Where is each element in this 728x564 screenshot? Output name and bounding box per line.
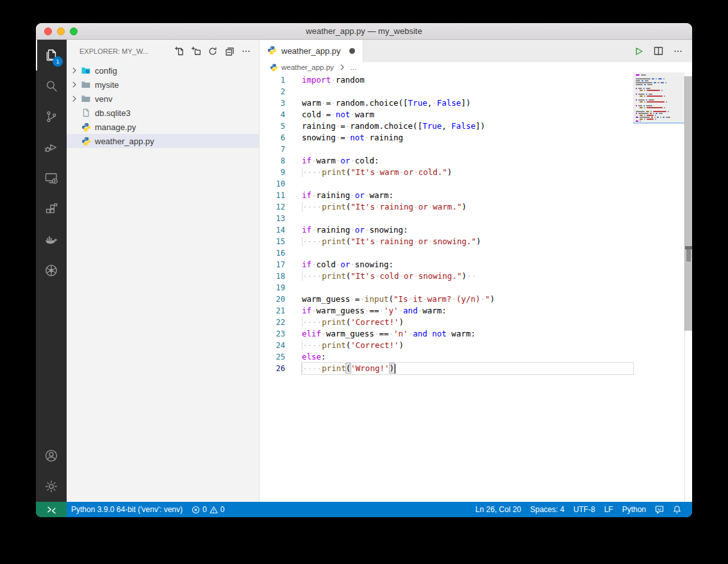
code-line[interactable]: 13 xyxy=(260,213,633,224)
language-mode-status[interactable]: Python xyxy=(618,502,650,517)
code-line[interactable]: 10 xyxy=(260,178,633,190)
code-line[interactable]: 5raining·=·random.choice([True,·False]) xyxy=(260,120,633,132)
settings-activity-button[interactable] xyxy=(36,471,67,502)
code-line-text xyxy=(302,178,633,190)
new-file-button[interactable] xyxy=(173,45,186,58)
code-line[interactable]: 7 xyxy=(260,144,633,155)
chevron-right-icon[interactable] xyxy=(69,65,79,76)
python-icon xyxy=(267,46,277,57)
extensions-activity-button[interactable] xyxy=(36,194,67,224)
python-icon xyxy=(270,63,278,72)
breadcrumb[interactable]: weather_app.py ... xyxy=(260,62,692,72)
code-line[interactable]: 24····print('Correct!') xyxy=(260,340,633,351)
modified-dot-icon[interactable] xyxy=(349,48,355,54)
cursor-position-status[interactable]: Ln 26, Col 20 xyxy=(469,502,525,517)
kubernetes-activity-button[interactable] xyxy=(36,255,67,286)
tree-item-manage-py[interactable]: manage.py xyxy=(67,120,259,134)
tree-item-db-sqlite3[interactable]: db.sqlite3 xyxy=(67,106,259,120)
new-folder-button[interactable] xyxy=(190,45,203,58)
run-debug-activity-button[interactable] xyxy=(36,132,67,163)
code-line[interactable]: 21if·warm_guess·==·'y'·and·warm: xyxy=(260,305,633,317)
code-line[interactable]: 15····print("It's·raining·or·snowing.") xyxy=(260,236,633,247)
remote-indicator[interactable] xyxy=(36,502,67,517)
code-line[interactable]: 6snowing·=·not·raining xyxy=(260,132,633,144)
remote-explorer-activity-button[interactable] xyxy=(36,163,67,194)
code-area[interactable]: 1import·random2 3warm·=·random.choice([T… xyxy=(260,74,633,374)
tab-weather-app[interactable]: weather_app.py xyxy=(260,40,363,62)
minimap[interactable] xyxy=(633,72,684,226)
code-line-text xyxy=(302,213,633,224)
notifications-button[interactable] xyxy=(668,502,686,517)
docker-activity-button[interactable] xyxy=(36,224,67,255)
zoom-window-button[interactable] xyxy=(70,28,78,35)
code-line[interactable]: 19 xyxy=(260,282,633,294)
code-line[interactable]: 22····print('Correct!') xyxy=(260,317,633,328)
code-line[interactable]: 17if·cold·or·snowing: xyxy=(260,259,633,270)
run-icon xyxy=(633,46,644,57)
tree-item-venv[interactable]: venv xyxy=(67,92,259,106)
tree-item-config[interactable]: config xyxy=(67,63,259,78)
code-line[interactable]: 11if·raining·or·warm: xyxy=(260,190,633,201)
close-window-button[interactable] xyxy=(44,28,52,35)
minimap-current-line xyxy=(633,122,684,124)
code-line[interactable]: 4cold·=·not·warm xyxy=(260,109,633,120)
search-activity-button[interactable] xyxy=(36,70,67,101)
warning-count: 0 xyxy=(220,505,225,514)
interpreter-label: Python 3.9.0 64-bit ('venv': venv) xyxy=(71,505,183,514)
explorer-activity-button[interactable]: 1 xyxy=(36,40,67,70)
breadcrumb-file[interactable]: weather_app.py xyxy=(281,63,334,71)
scrollbar[interactable] xyxy=(684,76,692,331)
code-line[interactable]: 25else: xyxy=(260,351,633,363)
code-line[interactable]: 14if·raining·or·snowing: xyxy=(260,224,633,236)
line-number: 9 xyxy=(260,167,285,178)
encoding-status[interactable]: UTF-8 xyxy=(569,502,600,517)
editor-content[interactable]: 1import·random2 3warm·=·random.choice([T… xyxy=(260,72,692,502)
code-line[interactable]: 12····print("It's·raining·or·warm.") xyxy=(260,201,633,213)
code-line-text xyxy=(302,86,633,97)
more-button[interactable] xyxy=(673,46,683,56)
code-line-text: if·warm·or·cold: xyxy=(302,155,633,167)
scrollbar-handle[interactable] xyxy=(686,249,691,261)
code-line-text: if·warm_guess·==·'y'·and·warm: xyxy=(302,305,633,317)
code-line[interactable]: 16 xyxy=(260,247,633,259)
run-button[interactable] xyxy=(633,46,644,57)
code-line[interactable]: 3warm·=·random.choice([True,·False]) xyxy=(260,97,633,109)
chevron-right-icon[interactable] xyxy=(69,94,79,104)
chevron-right-icon[interactable] xyxy=(69,79,79,90)
language-label: Python xyxy=(622,505,646,514)
tree-item-weather-app-py[interactable]: weather_app.py xyxy=(67,134,259,148)
tab-label: weather_app.py xyxy=(281,46,341,56)
tree-item-label: mysite xyxy=(95,80,119,90)
code-line[interactable]: 9····print("It's·warm·or·cold.") xyxy=(260,167,633,178)
refresh-button[interactable] xyxy=(206,45,219,58)
line-number: 5 xyxy=(260,120,285,132)
python-interpreter-status[interactable]: Python 3.9.0 64-bit ('venv': venv) xyxy=(67,502,187,517)
code-line[interactable]: 20warm_guess·=·input("Is·it·warm?·(y/n)·… xyxy=(260,294,633,305)
code-line[interactable]: 8if·warm·or·cold: xyxy=(260,155,633,167)
text-cursor xyxy=(394,364,395,374)
code-line[interactable]: 2 xyxy=(260,86,633,97)
collapse-all-button[interactable] xyxy=(223,45,236,58)
code-line[interactable]: 1import·random xyxy=(260,74,633,86)
folder-icon xyxy=(81,94,91,104)
source-control-activity-button[interactable] xyxy=(36,101,67,132)
minimize-window-button[interactable] xyxy=(57,28,65,35)
feedback-button[interactable] xyxy=(650,502,668,517)
indentation-status[interactable]: Spaces: 4 xyxy=(525,502,568,517)
code-line[interactable]: 18····print("It's·cold·or·snowing.")·· xyxy=(260,270,633,282)
tree-item-mysite[interactable]: mysite xyxy=(67,78,259,92)
split-editor-button[interactable] xyxy=(653,46,664,56)
account-activity-button[interactable] xyxy=(36,440,67,471)
line-number: 2 xyxy=(260,86,285,97)
more-button[interactable] xyxy=(240,45,252,58)
code-line-text xyxy=(302,282,633,294)
feedback-smiley-icon xyxy=(655,505,664,514)
code-line-text: snowing·=·not·raining xyxy=(302,132,633,144)
error-icon xyxy=(192,506,200,514)
code-line[interactable]: 23elif·warm_guess·==·'n'·and·not·warm: xyxy=(260,328,633,340)
breadcrumb-more[interactable]: ... xyxy=(351,63,357,71)
problems-status[interactable]: 0 0 xyxy=(187,502,229,517)
traffic-lights xyxy=(44,28,78,35)
eol-status[interactable]: LF xyxy=(600,502,618,517)
code-line[interactable]: 26····print('Wrong!') xyxy=(260,363,633,374)
